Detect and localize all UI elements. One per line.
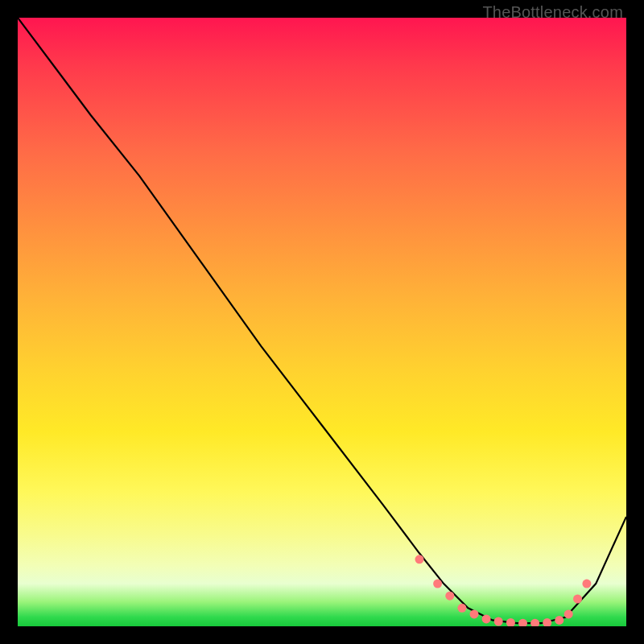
marker-dot (494, 617, 503, 626)
curve-path (18, 18, 626, 623)
marker-dot (470, 609, 479, 618)
marker-dot (573, 595, 582, 604)
marker-dot (564, 609, 573, 618)
curve-line (18, 18, 626, 623)
marker-dots (415, 555, 592, 626)
marker-dot (506, 618, 515, 626)
marker-dot (457, 604, 466, 613)
marker-dot (555, 616, 564, 625)
marker-dot (530, 619, 539, 626)
marker-dot (482, 614, 491, 623)
chart-svg (18, 18, 626, 626)
marker-dot (518, 619, 527, 626)
chart-container: TheBottleneck.com (0, 0, 644, 644)
watermark-text: TheBottleneck.com (482, 3, 623, 22)
marker-dot (543, 618, 551, 626)
marker-dot (445, 592, 454, 601)
marker-dot (433, 580, 442, 588)
marker-dot (582, 580, 591, 588)
marker-dot (415, 555, 424, 564)
